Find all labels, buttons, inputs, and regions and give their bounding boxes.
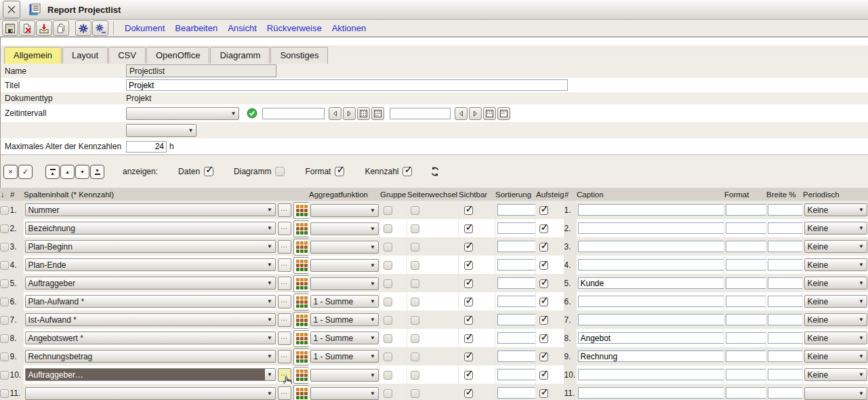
breite-field[interactable] bbox=[768, 332, 803, 344]
periodisch-select[interactable]: Keine▼ bbox=[804, 240, 867, 253]
format-field[interactable] bbox=[726, 314, 766, 325]
periodisch-select[interactable]: Keine▼ bbox=[804, 368, 867, 381]
aggregatfunktion-select[interactable]: ▼ bbox=[310, 222, 379, 235]
menu-rueckverweise[interactable]: Rückverweise bbox=[267, 23, 322, 33]
format-field[interactable] bbox=[726, 222, 766, 234]
color-grid-button[interactable] bbox=[293, 239, 309, 256]
breite-field[interactable] bbox=[768, 351, 803, 362]
row-select-checkbox[interactable] bbox=[0, 224, 9, 233]
sichtbar-checkbox[interactable] bbox=[464, 243, 473, 252]
aggregatfunktion-select[interactable]: ▼ bbox=[310, 387, 379, 400]
sortierung-field[interactable] bbox=[497, 369, 536, 380]
interval-from-field[interactable] bbox=[262, 108, 325, 119]
breite-field[interactable] bbox=[768, 241, 803, 252]
breite-field[interactable] bbox=[768, 387, 803, 399]
seitenwechsel-checkbox[interactable] bbox=[411, 298, 419, 306]
sichtbar-checkbox[interactable] bbox=[464, 206, 473, 215]
confirm-column-button[interactable]: ✓ bbox=[18, 165, 33, 179]
seitenwechsel-checkbox[interactable] bbox=[411, 224, 419, 233]
spalteninhalt-select[interactable]: Bezeichnung▼ bbox=[25, 222, 276, 235]
caption-field[interactable] bbox=[578, 277, 724, 289]
color-grid-button[interactable] bbox=[293, 367, 309, 384]
row-select-checkbox[interactable] bbox=[0, 279, 9, 288]
name-field[interactable] bbox=[126, 64, 276, 77]
detail-dots-button[interactable]: ... bbox=[278, 332, 291, 345]
sichtbar-checkbox[interactable] bbox=[464, 371, 473, 380]
aggregatfunktion-select[interactable]: ▼ bbox=[310, 204, 379, 217]
tab-layout[interactable]: Layout bbox=[62, 47, 108, 64]
aggregatfunktion-select[interactable]: 1 - Summe▼ bbox=[310, 332, 379, 344]
periodisch-select[interactable]: Keine▼ bbox=[804, 277, 867, 289]
periodisch-select[interactable]: Keine▼ bbox=[804, 332, 867, 344]
seitenwechsel-checkbox[interactable] bbox=[411, 206, 419, 215]
sortierung-field[interactable] bbox=[497, 332, 536, 344]
format-field[interactable] bbox=[726, 387, 766, 399]
sichtbar-checkbox[interactable] bbox=[464, 389, 473, 398]
format-field[interactable] bbox=[726, 332, 766, 344]
periodisch-select[interactable]: Keine▼ bbox=[804, 222, 867, 235]
sichtbar-checkbox[interactable] bbox=[464, 224, 473, 233]
caption-field[interactable] bbox=[578, 222, 724, 234]
aufsteigend-checkbox[interactable] bbox=[539, 389, 548, 398]
row-select-checkbox[interactable] bbox=[0, 389, 9, 398]
gruppe-checkbox[interactable] bbox=[384, 279, 392, 288]
tab-openoffice[interactable]: OpenOffice bbox=[146, 47, 210, 64]
seitenwechsel-checkbox[interactable] bbox=[411, 261, 419, 270]
caption-field[interactable] bbox=[578, 332, 724, 344]
sichtbar-checkbox[interactable] bbox=[464, 353, 473, 361]
aggregatfunktion-select[interactable]: ▼ bbox=[310, 277, 379, 290]
gruppe-checkbox[interactable] bbox=[384, 316, 392, 325]
sichtbar-checkbox[interactable] bbox=[464, 261, 473, 270]
burst-more-button[interactable] bbox=[92, 20, 108, 36]
burst-button[interactable] bbox=[75, 20, 91, 36]
aggregatfunktion-select[interactable]: ▼ bbox=[310, 241, 379, 254]
refresh-button[interactable] bbox=[430, 166, 440, 177]
breite-field[interactable] bbox=[768, 314, 803, 325]
aufsteigend-checkbox[interactable] bbox=[539, 261, 548, 270]
seitenwechsel-checkbox[interactable] bbox=[411, 316, 419, 325]
detail-dots-button[interactable]: ... bbox=[278, 222, 291, 235]
format-field[interactable] bbox=[726, 369, 766, 380]
row-select-checkbox[interactable] bbox=[0, 298, 9, 306]
gruppe-checkbox[interactable] bbox=[384, 261, 392, 270]
periodisch-select[interactable]: Keine▼ bbox=[804, 203, 867, 216]
move-up-button[interactable]: ▲ bbox=[60, 165, 75, 179]
breite-field[interactable] bbox=[768, 296, 803, 307]
sichtbar-checkbox[interactable] bbox=[464, 334, 473, 343]
breite-field[interactable] bbox=[768, 222, 803, 234]
sort-column-header[interactable]: ↓ bbox=[0, 188, 9, 201]
delete-button[interactable] bbox=[19, 20, 35, 36]
spalteninhalt-select[interactable]: Plan-Beginn▼ bbox=[25, 240, 276, 253]
detail-dots-button[interactable]: ... bbox=[278, 203, 291, 217]
sortierung-field[interactable] bbox=[497, 296, 536, 307]
gruppe-checkbox[interactable] bbox=[384, 243, 392, 252]
spalteninhalt-select[interactable]: Rechnungsbetrag▼ bbox=[25, 350, 276, 363]
seitenwechsel-checkbox[interactable] bbox=[411, 243, 419, 252]
caption-field[interactable] bbox=[578, 296, 724, 307]
detail-dots-button[interactable]: ... bbox=[278, 313, 291, 327]
spalteninhalt-select[interactable]: Angebotswert *▼ bbox=[25, 332, 276, 344]
format-field[interactable] bbox=[726, 241, 766, 252]
format-field[interactable] bbox=[726, 259, 766, 271]
detail-dots-button[interactable]: ... bbox=[278, 295, 291, 308]
tab-csv[interactable]: CSV bbox=[108, 47, 146, 64]
sichtbar-checkbox[interactable] bbox=[464, 279, 473, 288]
zeitintervall-select[interactable]: ▼ bbox=[126, 107, 239, 120]
caption-field[interactable] bbox=[578, 351, 724, 362]
caption-field[interactable] bbox=[578, 259, 724, 271]
detail-dots-button[interactable]: ... bbox=[278, 258, 291, 272]
aufsteigend-checkbox[interactable] bbox=[539, 206, 548, 215]
color-grid-button[interactable] bbox=[293, 312, 309, 329]
gruppe-checkbox[interactable] bbox=[384, 334, 392, 343]
close-button[interactable] bbox=[3, 1, 20, 18]
color-grid-button[interactable] bbox=[293, 202, 309, 219]
sortierung-field[interactable] bbox=[497, 204, 536, 216]
sortierung-field[interactable] bbox=[497, 387, 536, 399]
detail-dots-button[interactable]: ... bbox=[278, 386, 291, 400]
gruppe-checkbox[interactable] bbox=[384, 224, 392, 233]
menu-bearbeiten[interactable]: Bearbeiten bbox=[175, 23, 218, 33]
caption-field[interactable] bbox=[578, 314, 724, 325]
aggregatfunktion-select[interactable]: ▼ bbox=[310, 259, 379, 272]
move-down-button[interactable]: ▼ bbox=[75, 165, 89, 179]
caption-field[interactable] bbox=[578, 387, 724, 399]
